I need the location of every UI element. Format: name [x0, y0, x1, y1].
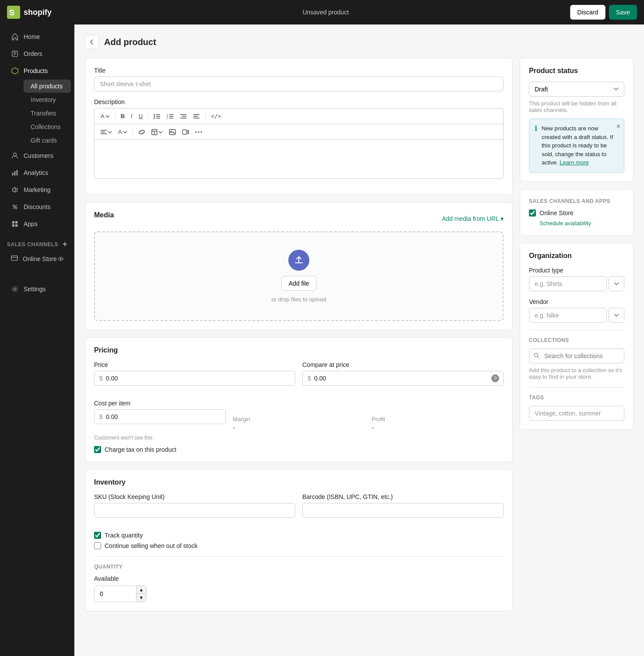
compare-price-input[interactable]: [302, 371, 504, 386]
schedule-availability-button[interactable]: Schedule availability: [539, 220, 591, 227]
code-button[interactable]: </>: [208, 111, 224, 121]
sidebar-online-store[interactable]: Online Store: [4, 251, 71, 266]
media-card: Media Add media from URL ▾ Add file or d…: [85, 202, 513, 330]
track-quantity-label[interactable]: Track quantity: [105, 532, 143, 539]
save-button[interactable]: Save: [609, 5, 637, 20]
apps-icon: [10, 220, 19, 228]
align-dropdown[interactable]: [98, 128, 115, 136]
price-input[interactable]: [94, 371, 295, 386]
price-input-wrap: $: [94, 371, 295, 386]
sales-channels-card: SALES CHANNELS AND APPS Online Store Sch…: [520, 189, 634, 236]
sku-input[interactable]: [94, 503, 295, 518]
ul-button[interactable]: [151, 112, 163, 121]
logo-text: shopify: [24, 8, 52, 17]
charge-tax-checkbox[interactable]: [94, 446, 101, 453]
info-banner-close[interactable]: ×: [616, 122, 620, 130]
discard-button[interactable]: Discard: [570, 5, 606, 20]
video-button[interactable]: [179, 127, 192, 137]
product-type-label: Product type: [529, 267, 624, 274]
more-button[interactable]: [192, 127, 205, 137]
content-layout: Title Description A B I U: [85, 58, 634, 611]
add-file-button[interactable]: Add file: [281, 276, 317, 291]
underline-button[interactable]: U: [136, 111, 145, 121]
italic-button[interactable]: I: [128, 111, 135, 121]
ol-button[interactable]: 1.2.3.: [164, 112, 176, 121]
product-status-title: Product status: [529, 67, 624, 75]
sidebar-item-settings[interactable]: Settings: [4, 281, 71, 297]
online-store-icon: [10, 254, 18, 263]
track-quantity-row: Track quantity: [94, 532, 504, 539]
svg-rect-16: [15, 224, 18, 227]
online-store-channel-label[interactable]: Online Store: [539, 209, 574, 216]
media-header: Media Add media from URL ▾: [94, 211, 504, 226]
product-type-input-row: [529, 276, 624, 291]
outdent-button[interactable]: [190, 112, 203, 121]
compare-price-help-icon[interactable]: ?: [491, 374, 499, 382]
sku-field-group: SKU (Stock Keeping Unit): [94, 493, 295, 518]
svg-point-50: [534, 353, 538, 356]
table-dropdown[interactable]: [149, 127, 165, 137]
online-store-channel-checkbox[interactable]: [529, 209, 536, 216]
sidebar-item-discounts[interactable]: Discounts: [4, 199, 71, 215]
product-type-select[interactable]: [609, 276, 624, 291]
qty-decrement-button[interactable]: ▼: [136, 594, 146, 602]
svg-rect-15: [12, 224, 14, 227]
sidebar-label-customers: Customers: [24, 152, 53, 159]
media-title: Media: [94, 211, 114, 219]
sidebar-item-marketing[interactable]: Marketing: [4, 181, 71, 198]
tags-label: TAGS: [529, 394, 624, 401]
indent-button[interactable]: [177, 112, 189, 121]
svg-point-24: [154, 115, 155, 117]
collections-search-input[interactable]: [529, 349, 624, 363]
qty-increment-button[interactable]: ▲: [136, 586, 146, 594]
upload-area[interactable]: Add file or drop files to upload: [94, 231, 504, 321]
add-sales-channel-button[interactable]: +: [63, 240, 67, 249]
sidebar-item-analytics[interactable]: Analytics: [4, 164, 71, 181]
add-media-url-button[interactable]: Add media from URL ▾: [442, 215, 504, 222]
color-dropdown[interactable]: A: [116, 127, 130, 137]
product-type-group: Product type: [529, 267, 624, 291]
sidebar-label-home: Home: [24, 33, 40, 40]
learn-more-link[interactable]: Learn more: [560, 159, 588, 166]
title-input[interactable]: [94, 77, 504, 91]
track-quantity-checkbox[interactable]: [94, 532, 101, 539]
sidebar-sub-collections[interactable]: Collections: [24, 120, 71, 133]
product-status-select[interactable]: Draft Active: [529, 82, 624, 97]
status-hint: This product will be hidden from all sal…: [529, 100, 624, 113]
quantity-input[interactable]: 0: [94, 587, 136, 601]
barcode-label: Barcode (ISBN, UPC, GTIN, etc.): [302, 493, 504, 500]
sidebar-sub-transfers[interactable]: Transfers: [24, 107, 71, 120]
sidebar-label-settings: Settings: [24, 286, 46, 293]
sidebar-sub-all-products[interactable]: All products: [24, 80, 71, 93]
main-content: Add product Title Description A B I U: [74, 24, 644, 656]
tags-input[interactable]: [529, 406, 624, 421]
sidebar-item-apps[interactable]: Apps: [4, 216, 71, 232]
back-button[interactable]: [85, 35, 99, 49]
text-format-dropdown[interactable]: A: [98, 111, 112, 121]
description-field-group: Description A B I U 1.2.3.: [94, 98, 504, 179]
continue-selling-label[interactable]: Continue selling when out of stock: [105, 542, 197, 549]
page-header: Add product: [85, 35, 634, 49]
sidebar-item-home[interactable]: Home: [4, 28, 71, 45]
sidebar-item-products[interactable]: Products: [4, 63, 71, 79]
product-type-input[interactable]: [529, 276, 607, 291]
compare-price-input-wrap: $ ?: [302, 371, 504, 386]
charge-tax-label[interactable]: Charge tax on this product: [105, 446, 176, 453]
sidebar-sub-inventory[interactable]: Inventory: [24, 93, 71, 106]
sidebar-sub-gift-cards[interactable]: Gift cards: [24, 134, 71, 147]
inventory-grid: SKU (Stock Keeping Unit) Barcode (ISBN, …: [94, 493, 504, 525]
sidebar-item-customers[interactable]: Customers: [4, 147, 71, 164]
sidebar-item-orders[interactable]: Orders: [4, 45, 71, 62]
link-button[interactable]: [136, 127, 148, 137]
continue-selling-checkbox[interactable]: [94, 542, 101, 549]
cost-input[interactable]: [94, 409, 226, 424]
sidebar-label-discounts: Discounts: [24, 203, 50, 210]
bold-button[interactable]: B: [118, 111, 127, 121]
description-editor[interactable]: [94, 140, 504, 179]
barcode-input[interactable]: [302, 503, 504, 518]
margin-value: -: [233, 424, 364, 431]
image-button[interactable]: [166, 127, 178, 137]
vendor-select[interactable]: [609, 308, 624, 323]
vendor-input[interactable]: [529, 308, 607, 323]
page-title: Add product: [104, 37, 156, 47]
